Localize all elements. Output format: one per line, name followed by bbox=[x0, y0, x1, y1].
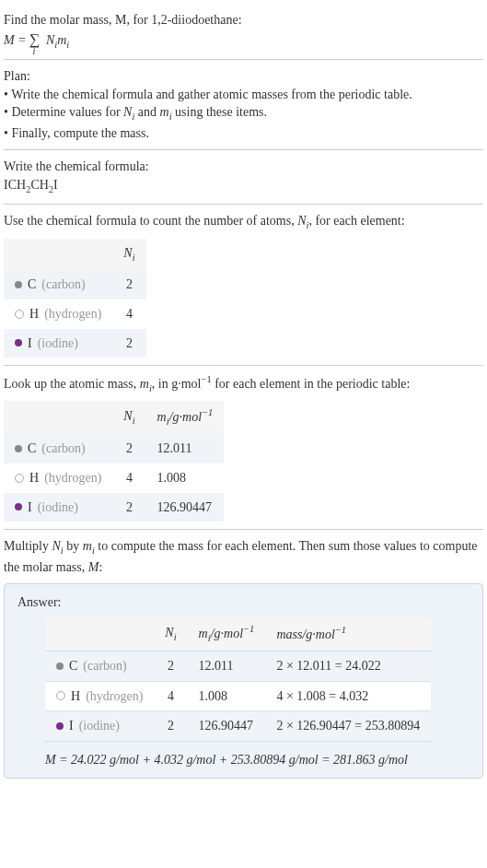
carbon-bullet-icon bbox=[15, 281, 22, 288]
table-row: I (iodine) 2 126.90447 2 × 126.90447 = 2… bbox=[45, 711, 431, 742]
element-name: (iodine) bbox=[38, 334, 78, 353]
element-symbol: H bbox=[29, 305, 39, 323]
table-header-mi: mi/g·mol−1 bbox=[188, 617, 266, 651]
element-symbol: I bbox=[28, 334, 32, 353]
iodine-bullet-icon bbox=[56, 722, 64, 730]
count-value: 2 bbox=[154, 711, 187, 742]
formula-lhs: M = bbox=[4, 33, 29, 47]
count-value: 2 bbox=[112, 493, 145, 522]
plan-heading: Plan: bbox=[4, 67, 483, 86]
answer-label: Answer: bbox=[17, 593, 470, 612]
answer-box: Answer: Nimi/g·mol−1mass/g·mol−1 C (carb… bbox=[4, 583, 483, 779]
count-value: 2 bbox=[154, 651, 187, 682]
chem-formula: ICH2CH2I bbox=[4, 176, 483, 196]
element-symbol: C bbox=[28, 276, 36, 294]
count-value: 2 bbox=[112, 329, 145, 358]
mass-value: 1.008 bbox=[188, 681, 266, 711]
atomic-mass-section: Look up the atomic mass, mi, in g·mol−1 … bbox=[4, 366, 483, 530]
plan-bullet-3: • Finally, compute the mass. bbox=[4, 124, 483, 143]
table-row: C (carbon) 2 12.011 bbox=[4, 434, 224, 463]
table-row: H (hydrogen) 4 1.008 bbox=[4, 463, 224, 493]
mass-calc: 2 × 12.011 = 24.022 bbox=[265, 651, 431, 682]
element-name: (iodine) bbox=[38, 499, 78, 517]
table-row: H (hydrogen) 4 1.008 4 × 1.008 = 4.032 bbox=[45, 681, 431, 711]
multiply-section: Multiply Ni by mi to compute the mass fo… bbox=[4, 530, 483, 786]
iodine-bullet-icon bbox=[15, 503, 22, 510]
mass-value: 126.90447 bbox=[188, 711, 266, 742]
table-header-ni: Ni bbox=[112, 239, 145, 270]
element-symbol: I bbox=[69, 717, 74, 735]
count-atoms-table: Ni C (carbon) 2 H (hydrogen) 4 I (iodine… bbox=[4, 239, 146, 358]
mass-value: 126.90447 bbox=[146, 493, 225, 522]
intro-line: Find the molar mass, M, for 1,2-diiodoet… bbox=[4, 11, 483, 29]
mass-calc: 2 × 126.90447 = 253.80894 bbox=[265, 711, 431, 742]
answer-table: Nimi/g·mol−1mass/g·mol−1 C (carbon) 2 12… bbox=[45, 617, 431, 742]
table-row: I (iodine) 2 126.90447 bbox=[4, 493, 224, 522]
table-row: H (hydrogen) 4 bbox=[4, 299, 146, 329]
element-name: (carbon) bbox=[83, 657, 126, 675]
count-value: 2 bbox=[112, 434, 145, 463]
table-header-ni: Ni bbox=[154, 617, 187, 651]
element-name: (hydrogen) bbox=[44, 469, 101, 487]
hydrogen-bullet-icon bbox=[56, 691, 65, 700]
plan-bullet-1: • Write the chemical formula and gather … bbox=[4, 86, 483, 104]
plan-section: Plan: • Write the chemical formula and g… bbox=[4, 60, 483, 150]
mass-value: 1.008 bbox=[146, 463, 225, 493]
molar-mass-formula: M = ∑i Nimi bbox=[4, 29, 483, 52]
count-atoms-section: Use the chemical formula to count the nu… bbox=[4, 205, 483, 366]
element-symbol: I bbox=[28, 499, 32, 517]
element-name: (iodine) bbox=[79, 717, 120, 735]
final-molar-mass: M = 24.022 g/mol + 4.032 g/mol + 253.808… bbox=[45, 751, 470, 769]
mass-value: 12.011 bbox=[188, 651, 266, 682]
iodine-bullet-icon bbox=[15, 339, 22, 346]
atomic-mass-heading: Look up the atomic mass, mi, in g·mol−1 … bbox=[4, 373, 483, 395]
element-name: (hydrogen) bbox=[44, 305, 101, 323]
count-atoms-heading: Use the chemical formula to count the nu… bbox=[4, 212, 483, 232]
formula-rhs: Nimi bbox=[42, 33, 69, 47]
carbon-bullet-icon bbox=[15, 445, 22, 452]
multiply-heading: Multiply Ni by mi to compute the mass fo… bbox=[4, 537, 483, 576]
element-name: (hydrogen) bbox=[86, 687, 143, 706]
intro-section: Find the molar mass, M, for 1,2-diiodoet… bbox=[4, 4, 483, 60]
count-value: 4 bbox=[112, 299, 145, 329]
element-symbol: H bbox=[71, 687, 80, 706]
element-symbol: C bbox=[28, 440, 36, 458]
mass-calc: 4 × 1.008 = 4.032 bbox=[265, 681, 431, 711]
table-header-mass: mass/g·mol−1 bbox=[265, 617, 431, 651]
element-symbol: C bbox=[69, 657, 77, 675]
count-value: 2 bbox=[112, 270, 145, 299]
intro-text: Find the molar mass, M, for 1,2-diiodoet… bbox=[4, 13, 242, 27]
table-header-mi: mi/g·mol−1 bbox=[146, 401, 225, 434]
plan-bullet-2: • Determine values for Ni and mi using t… bbox=[4, 103, 483, 123]
chemical-formula-section: Write the chemical formula: ICH2CH2I bbox=[4, 150, 483, 205]
count-value: 4 bbox=[154, 681, 187, 711]
element-name: (carbon) bbox=[41, 276, 85, 294]
mass-value: 12.011 bbox=[146, 434, 225, 463]
table-row: C (carbon) 2 bbox=[4, 270, 146, 299]
element-symbol: H bbox=[29, 469, 39, 487]
chem-formula-heading: Write the chemical formula: bbox=[4, 158, 483, 176]
table-header-ni: Ni bbox=[112, 401, 145, 434]
count-value: 4 bbox=[112, 463, 145, 493]
atomic-mass-table: Nimi/g·mol−1 C (carbon) 2 12.011 H (hydr… bbox=[4, 401, 224, 522]
hydrogen-bullet-icon bbox=[15, 474, 24, 483]
carbon-bullet-icon bbox=[56, 663, 64, 670]
hydrogen-bullet-icon bbox=[15, 310, 24, 319]
table-row: I (iodine) 2 bbox=[4, 329, 146, 358]
sigma-symbol: ∑ bbox=[29, 31, 40, 47]
sigma-index: i bbox=[33, 46, 36, 56]
element-name: (carbon) bbox=[41, 440, 85, 458]
table-row: C (carbon) 2 12.011 2 × 12.011 = 24.022 bbox=[45, 651, 431, 682]
